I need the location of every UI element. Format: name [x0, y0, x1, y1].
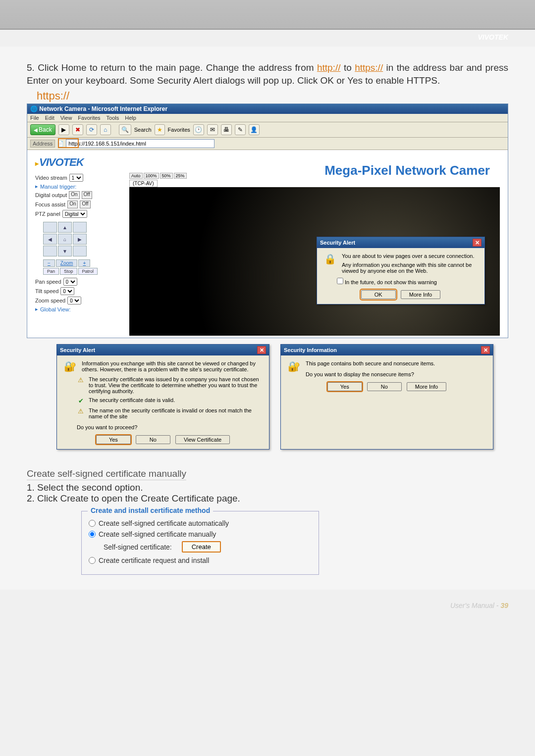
forward-button[interactable]: ▶: [58, 124, 69, 135]
ie-menubar[interactable]: FileEditViewFavoritesToolsHelp: [27, 114, 508, 122]
home-button[interactable]: ⌂: [100, 124, 111, 135]
step5-text: 5. Click Home to return to the main page…: [27, 61, 508, 87]
search-icon[interactable]: 🔍: [119, 124, 131, 135]
pan-button[interactable]: Pan: [43, 268, 59, 275]
history-icon[interactable]: 🕑: [193, 124, 204, 135]
warning-icon: ⚠: [77, 407, 85, 415]
do-off-button[interactable]: Off: [82, 191, 92, 199]
back-button[interactable]: Back: [30, 124, 55, 135]
no-button[interactable]: No: [136, 435, 170, 444]
do-on-button[interactable]: On: [69, 191, 79, 199]
yes-button[interactable]: Yes: [327, 382, 362, 391]
security-alert-dialog-1: Security Alert ✕ 🔒 You are about to view…: [317, 237, 485, 304]
self-signed-label: Self-signed certificate:: [104, 543, 172, 551]
security-alert-dialog-2: Security Alert ✕ 🔐 Information you excha…: [56, 344, 269, 450]
ok-button[interactable]: OK: [361, 290, 396, 299]
dont-show-checkbox[interactable]: In the future, do not show this warning: [337, 279, 437, 285]
address-input[interactable]: [66, 139, 214, 148]
lock-info-icon: 🔒: [323, 253, 337, 265]
step-1: 1. Select the second option.: [27, 482, 508, 493]
create-button[interactable]: Create: [182, 541, 221, 553]
http-link[interactable]: http://: [317, 62, 341, 73]
zoom-out-button[interactable]: −: [43, 259, 55, 267]
zoom-speed-select[interactable]: 0: [67, 297, 81, 304]
vivotek-logo: VIVOTEK: [35, 156, 129, 169]
more-info-button[interactable]: More Info: [407, 382, 446, 391]
ptz-pad[interactable]: ▲ ◀⌂▶ ▼: [43, 222, 88, 256]
zoom-in-button[interactable]: +: [78, 259, 90, 267]
ie-titlebar: 🌐 Network Camera - Microsoft Internet Ex…: [27, 104, 508, 114]
tcp-label: (TCP-AV): [129, 180, 158, 187]
msgr-icon[interactable]: 👤: [249, 124, 260, 135]
ptz-down-icon: ▼: [58, 246, 72, 256]
cert-option-manual[interactable]: Create self-signed certificate manually: [89, 530, 312, 538]
yes-button[interactable]: Yes: [96, 435, 131, 444]
page-icon: 📄: [57, 141, 64, 147]
mail-icon[interactable]: ✉: [207, 124, 218, 135]
tilt-speed-select[interactable]: 0: [60, 287, 74, 295]
ptz-home-icon: ⌂: [58, 234, 72, 245]
check-icon: ✔: [77, 397, 85, 404]
ptz-up-icon: ▲: [58, 222, 72, 233]
pan-speed-select[interactable]: 0: [63, 278, 77, 286]
https-callout: https://: [37, 90, 508, 102]
ptz-left-icon: ◀: [43, 234, 57, 245]
cert-legend: Create and install certificate method: [88, 506, 213, 514]
warning-icon: ⚠: [77, 376, 85, 384]
refresh-button[interactable]: ⟳: [86, 124, 97, 135]
certificate-method-box: Create and install certificate method Cr…: [81, 511, 319, 575]
print-icon[interactable]: 🖶: [221, 124, 232, 135]
section-heading: Create self-signed certificate manually: [27, 468, 186, 480]
ie-toolbar[interactable]: Back ▶ ✖ ⟳ ⌂ 🔍Search ★Favorites 🕑 ✉ 🖶 ✎ …: [27, 122, 508, 138]
lock-warn-icon: 🔐: [287, 360, 301, 372]
close-icon[interactable]: ✕: [473, 239, 482, 247]
ie-window: 🌐 Network Camera - Microsoft Internet Ex…: [27, 103, 508, 338]
edit-icon[interactable]: ✎: [235, 124, 246, 135]
https-link[interactable]: https://: [355, 62, 383, 73]
security-information-dialog: Security Information ✕ 🔐 This page conta…: [280, 344, 493, 450]
more-info-button[interactable]: More Info: [401, 290, 440, 299]
lock-warn-icon: 🔐: [63, 360, 77, 372]
cert-option-request[interactable]: Create certificate request and install: [89, 556, 312, 564]
stop-button[interactable]: ✖: [72, 124, 83, 135]
stop-ptz-button[interactable]: Stop: [60, 268, 77, 275]
ptz-right-icon: ▶: [73, 234, 87, 245]
favorites-icon[interactable]: ★: [155, 124, 165, 135]
close-icon[interactable]: ✕: [257, 346, 266, 354]
fa-on-button[interactable]: On: [67, 201, 78, 208]
camera-sidebar: VIVOTEK Video stream 1 ▸ Manual trigger:…: [35, 156, 129, 336]
bullet-icon: 🌐: [30, 105, 39, 112]
ptz-mode-select[interactable]: Digital: [62, 210, 87, 218]
fa-off-button[interactable]: Off: [80, 201, 90, 208]
page-title: Mega-Pixel Network Camer: [324, 163, 490, 178]
brand-label: VIVOTEK: [478, 33, 508, 41]
close-icon[interactable]: ✕: [481, 346, 490, 354]
zoom-label: Zoom: [56, 259, 78, 267]
cert-option-auto[interactable]: Create self-signed certificate automatic…: [89, 519, 312, 527]
address-label: Address: [30, 140, 55, 148]
page-footer: User's Manual - 39: [0, 590, 535, 614]
no-button[interactable]: No: [367, 382, 402, 391]
video-stream-select[interactable]: 1: [69, 174, 83, 182]
view-cert-button[interactable]: View Certificate: [175, 435, 230, 444]
step-2: 2. Click Create to open the Create Certi…: [27, 493, 508, 504]
video-frame: Security Alert ✕ 🔒 You are about to view…: [129, 187, 500, 336]
patrol-button[interactable]: Patrol: [78, 268, 98, 275]
